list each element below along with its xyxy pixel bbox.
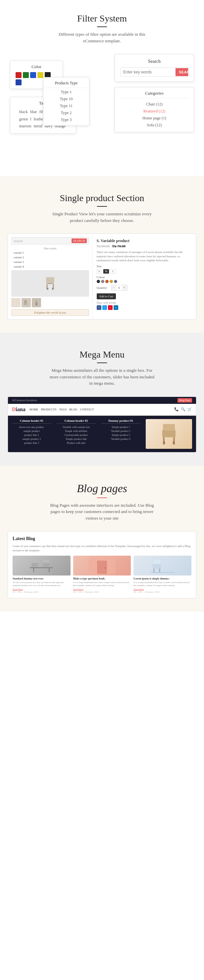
blog-card-2-read-more[interactable]: Read More [73, 588, 131, 591]
svg-rect-5 [52, 288, 53, 290]
blog-card-1-read-more[interactable]: Read More [13, 588, 70, 591]
size-label: Size [97, 265, 192, 268]
quantity-decrease[interactable]: − [111, 285, 116, 290]
color-opt[interactable] [110, 280, 113, 283]
color-opt[interactable] [97, 280, 100, 283]
color-swatch[interactable] [37, 72, 43, 78]
single-product-divider [97, 206, 107, 207]
twitter-share-btn[interactable]: t [102, 305, 107, 310]
mm-col-item[interactable]: product link 2 [12, 434, 51, 437]
color-swatch[interactable] [16, 72, 22, 78]
nav-products[interactable]: PRODUCTS [41, 408, 56, 411]
products-type-item[interactable]: Type 10 [43, 95, 89, 103]
phone-icon: 📞 [174, 407, 179, 412]
mm-col-item[interactable]: Simple product 1 [101, 426, 140, 429]
pinterest-share-btn[interactable]: p [108, 305, 113, 310]
nav-home[interactable]: HOME [29, 408, 38, 411]
tag-item[interactable]: maroon [19, 124, 32, 128]
size-btn-m[interactable]: M [103, 269, 109, 274]
mm-col-item[interactable]: Simple product link [57, 438, 96, 441]
svg-rect-32 [151, 572, 174, 573]
blog-card-1: Standard dummy text ever: All the Lorem … [13, 556, 70, 593]
product-thumb[interactable] [22, 298, 31, 307]
category-item[interactable]: Home page (1) [120, 115, 188, 122]
thumb-icon [23, 299, 29, 306]
color-opt[interactable] [101, 280, 104, 283]
mega-menu-topbar: All featured products Shop Now [8, 397, 196, 404]
mm-col-item[interactable]: Variable product 1 [101, 430, 140, 433]
mm-chair-svg [156, 421, 182, 447]
svg-rect-23 [43, 562, 50, 567]
products-type-dropdown: Products Type Type 1 Type 10 Type 11 Typ… [43, 77, 89, 126]
product-filter-row: variant 1 [11, 251, 89, 255]
tag-item[interactable]: metal [34, 124, 43, 128]
svg-rect-31 [159, 568, 160, 573]
color-swatch[interactable] [16, 80, 22, 85]
mm-col-item[interactable]: product link 3 [12, 442, 51, 444]
mm-chair-image [146, 419, 192, 449]
nav-blog[interactable]: BLOG [69, 408, 78, 411]
nav-contact[interactable]: CONTACT [80, 408, 94, 411]
social-share-row: f t p in [97, 305, 192, 310]
color-filter-label: Color [16, 64, 57, 70]
product-thumb[interactable] [11, 298, 21, 307]
filter-label-3: variant 3 [11, 260, 26, 264]
color-opt[interactable] [105, 280, 108, 283]
svg-rect-30 [153, 568, 155, 573]
color-options [97, 280, 192, 283]
mm-col-item[interactable]: Product with tabs [57, 442, 96, 444]
tag-item[interactable]: black [19, 110, 28, 114]
products-type-item[interactable]: Type 1 [43, 89, 89, 95]
product-filter-row-4: variant 4 [11, 265, 89, 268]
mega-menu-demo: All featured products Shop Now Diana HOM… [8, 396, 196, 452]
linkedin-share-btn[interactable]: in [113, 305, 118, 310]
tag-item[interactable]: blue [30, 110, 37, 114]
mm-col-item[interactable]: hover over any product [12, 426, 51, 429]
cart-icon[interactable]: 🛒 [187, 407, 192, 412]
products-type-item[interactable]: Type 11 [43, 103, 89, 110]
mm-col-item[interactable]: Customizable product [57, 434, 96, 437]
blog-card-3-read-more[interactable]: Read More [134, 588, 191, 591]
tag-item[interactable]: green [19, 117, 28, 121]
add-to-cart-button[interactable]: Add to Cart [97, 293, 116, 299]
svg-rect-0 [46, 277, 54, 283]
search-nav-icon[interactable]: 🔍 [181, 407, 185, 412]
mega-menu-divider [97, 363, 107, 363]
color-swatch[interactable] [30, 72, 36, 78]
mm-col-item[interactable]: Simple product 2 [101, 434, 140, 437]
categories-title: Categories [120, 91, 188, 98]
category-item[interactable]: Chair (12) [120, 101, 188, 108]
color-swatch[interactable] [23, 72, 29, 78]
search-input[interactable] [121, 68, 175, 76]
mm-col-item[interactable]: Simple with attribute [57, 430, 96, 433]
filter-label-4: variant 4 [11, 265, 26, 268]
product-search-btn[interactable]: SEARCH [72, 239, 87, 243]
products-type-header: Products Type [43, 80, 89, 88]
nav-tags[interactable]: TAGS [59, 408, 67, 411]
mm-col-item[interactable]: sample product 3 [12, 438, 51, 441]
quantity-increase[interactable]: + [122, 285, 127, 290]
svg-rect-6 [24, 300, 27, 302]
size-btn-s[interactable]: S [97, 269, 102, 274]
color-label: Colour [97, 275, 192, 279]
facebook-share-btn[interactable]: f [97, 305, 101, 310]
single-product-subtitle: Single Product View let's your customers… [49, 211, 155, 224]
mm-image-column [146, 419, 192, 449]
mm-col-item[interactable]: Variable with custom text [57, 426, 96, 429]
search-button[interactable]: SEARCH [175, 68, 188, 76]
category-item-featured[interactable]: Reatured (12) [120, 108, 188, 115]
color-opt[interactable] [114, 280, 117, 283]
mm-col-item[interactable]: sample product [12, 430, 51, 433]
products-type-item[interactable]: Type 3 [43, 116, 89, 123]
product-original-price: Tk 80.00 [97, 244, 110, 248]
tag-item[interactable]: l [30, 117, 31, 121]
mm-col-item[interactable]: Variable product 2 [101, 438, 140, 441]
product-thumb[interactable] [32, 298, 41, 307]
svg-rect-7 [24, 302, 27, 303]
products-type-item[interactable]: Type 2 [43, 110, 89, 116]
size-btn-l[interactable]: L [110, 269, 116, 274]
category-item[interactable]: Sofa (12) [120, 122, 188, 129]
shop-now-tag[interactable]: Shop Now [177, 398, 192, 402]
product-name: S. Variable product [97, 239, 192, 243]
mega-menu-title: Mega Menu [6, 349, 198, 360]
